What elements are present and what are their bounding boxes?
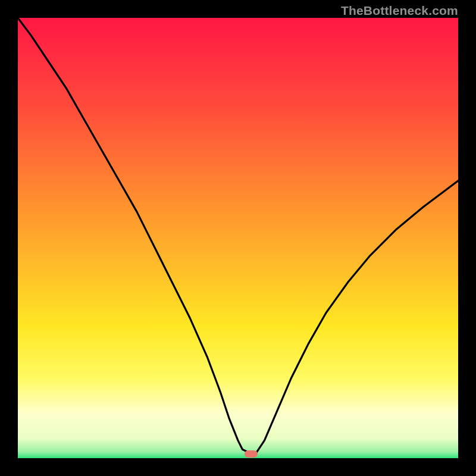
chart-stage: TheBottleneck.com <box>0 0 476 476</box>
gradient-background <box>18 18 458 458</box>
chart-svg <box>18 18 458 458</box>
plot-area <box>18 18 458 458</box>
watermark-text: TheBottleneck.com <box>341 4 458 18</box>
minimum-marker <box>245 450 258 458</box>
